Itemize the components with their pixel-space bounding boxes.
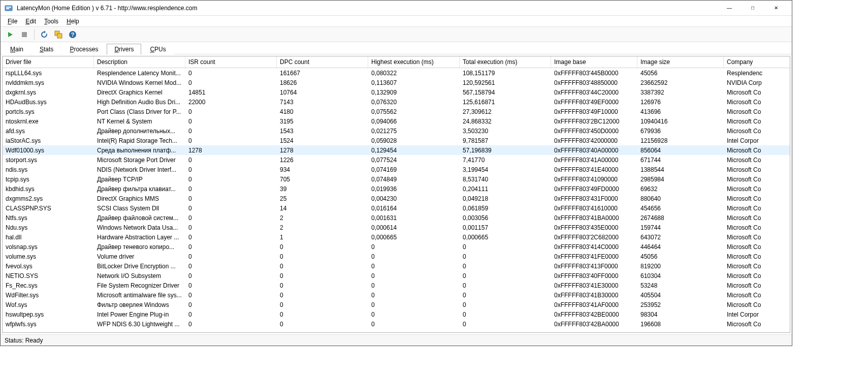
refresh-button[interactable] [38, 28, 51, 41]
cell: Фильтр оверлея Windows [94, 301, 185, 309]
svg-rect-6 [57, 34, 62, 38]
cell: 0,075562 [368, 108, 460, 116]
cell: 0xFFFFF803'414C0000 [551, 243, 637, 251]
table-row[interactable]: ntoskrnl.exeNT Kernel & System031950,094… [3, 116, 790, 126]
cell: Microsoft Co [724, 195, 790, 203]
cell: storport.sys [3, 156, 94, 164]
grid-body[interactable]: rspLLL64.sysResplendence Latency Monit..… [3, 68, 790, 332]
help-button[interactable]: ? [66, 28, 79, 41]
cell: BitLocker Drive Encryption ... [94, 262, 185, 270]
menu-help[interactable]: Help [62, 17, 83, 26]
tab-cpus[interactable]: CPUs [142, 44, 173, 54]
table-row[interactable]: Fs_Rec.sysFile System Recognizer Driver0… [3, 281, 790, 290]
cell: 0 [185, 195, 277, 203]
stop-button[interactable] [18, 28, 31, 41]
col-highest-exec[interactable]: Highest execution (ms) [368, 56, 460, 68]
cell: 9,781587 [460, 137, 551, 145]
cell: 0 [277, 262, 368, 270]
table-row[interactable]: dxgmms2.sysDirectX Graphics MMS0250,0042… [3, 194, 790, 203]
menu-file[interactable]: File [4, 17, 21, 26]
tab-main[interactable]: Main [3, 44, 31, 54]
table-row[interactable]: WdFilter.sysMicrosoft antimalware file s… [3, 290, 790, 300]
cell: 0 [277, 310, 368, 319]
cell: Microsoft Co [724, 301, 790, 309]
cell: 1388544 [637, 166, 724, 174]
cell: 0xFFFFF803'431F0000 [551, 195, 637, 203]
layers-button[interactable] [52, 28, 65, 41]
cell: kbdhid.sys [3, 185, 94, 193]
cell: 679936 [637, 127, 724, 135]
cell: hal.dll [3, 233, 94, 241]
cell: Microsoft Storage Port Driver [94, 156, 185, 164]
col-image-base[interactable]: Image base [551, 56, 637, 68]
table-row[interactable]: NETIO.SYSNetwork I/O Subsystem00000xFFFF… [3, 271, 790, 281]
cell: Среда выполнения платф... [94, 146, 185, 154]
table-row[interactable]: Ntfs.sysДрайвер файловой систем...020,00… [3, 213, 790, 223]
table-row[interactable]: tcpip.sysДрайвер TCP/IP07050,0748498,531… [3, 174, 790, 184]
menu-edit[interactable]: Edit [21, 17, 40, 26]
col-image-size[interactable]: Image size [637, 56, 724, 68]
table-row[interactable]: fvevol.sysBitLocker Drive Encryption ...… [3, 261, 790, 271]
table-row[interactable]: rspLLL64.sysResplendence Latency Monit..… [3, 68, 790, 78]
table-row[interactable]: volume.sysVolume driver00000xFFFFF803'41… [3, 252, 790, 261]
table-row[interactable]: hal.dllHardware Abstraction Layer ...010… [3, 232, 790, 242]
cell: 0,059028 [368, 137, 460, 145]
col-dpc-count[interactable]: DPC count [277, 56, 368, 68]
maximize-button[interactable]: □ [741, 1, 764, 16]
table-row[interactable]: wfplwfs.sysWFP NDIS 6.30 Lightweight ...… [3, 319, 790, 329]
table-row[interactable]: HDAudBus.sysHigh Definition Audio Bus Dr… [3, 97, 790, 107]
cell: iaStorAC.sys [3, 137, 94, 145]
cell: 0,001631 [368, 214, 460, 222]
minimize-button[interactable]: — [718, 1, 741, 16]
table-row[interactable]: Wdf01000.sysСреда выполнения платф...127… [3, 145, 790, 155]
cell: 0 [460, 253, 551, 261]
table-row[interactable]: CLASSPNP.SYSSCSI Class System Dll0140,01… [3, 203, 790, 213]
cell: 610304 [637, 272, 724, 280]
cell: CLASSPNP.SYS [3, 204, 94, 212]
cell: nvlddmkm.sys [3, 79, 94, 87]
table-row[interactable]: Ndu.sysWindows Network Data Usa...020,00… [3, 223, 790, 232]
tab-processes[interactable]: Processes [62, 44, 106, 54]
cell: 0xFFFFF803'41A00000 [551, 156, 637, 164]
cell: rspLLL64.sys [3, 69, 94, 77]
cell: ndis.sys [3, 166, 94, 174]
cell: 0,016164 [368, 204, 460, 212]
cell: WdFilter.sys [3, 291, 94, 299]
titlebar: LatencyMon (Home Edition ) v 6.71 - http… [1, 1, 792, 16]
close-button[interactable]: ✕ [764, 1, 788, 16]
play-button[interactable] [4, 28, 17, 41]
cell: 125,616871 [460, 98, 551, 106]
drivers-grid: Driver file Description ISR count DPC co… [2, 56, 790, 333]
cell: 25 [277, 195, 368, 203]
table-row[interactable]: iaStorAC.sysIntel(R) Rapid Storage Tech.… [3, 136, 790, 145]
menu-tools[interactable]: Tools [40, 17, 62, 26]
svg-rect-4 [22, 32, 27, 37]
tab-drivers-label: rivers [119, 46, 134, 53]
cell: 0,000665 [460, 233, 551, 241]
table-row[interactable]: kbdhid.sysДрайвер фильтра клавиат...0390… [3, 184, 790, 194]
tab-drivers[interactable]: Drivers [107, 44, 141, 54]
cell: 2 [277, 214, 368, 222]
tab-stats[interactable]: Stats [32, 44, 61, 54]
table-row[interactable]: portcls.sysPort Class (Class Driver for … [3, 107, 790, 116]
cell: Microsoft antimalware file sys... [94, 291, 185, 299]
col-driver-file[interactable]: Driver file [3, 56, 94, 68]
col-description[interactable]: Description [94, 56, 185, 68]
table-row[interactable]: hswultpep.sysIntel Power Engine Plug-in0… [3, 309, 790, 319]
cell: 0xFFFFF803'42BA0000 [551, 320, 637, 328]
table-row[interactable]: volsnap.sysДрайвер теневого копиро...000… [3, 242, 790, 252]
cell: Resplendenc [724, 69, 790, 77]
table-row[interactable]: nvlddmkm.sysNVIDIA Windows Kernel Mod...… [3, 78, 790, 87]
table-row[interactable]: storport.sysMicrosoft Storage Port Drive… [3, 155, 790, 165]
col-isr-count[interactable]: ISR count [185, 56, 277, 68]
cell: 23662592 [637, 79, 724, 87]
cell: 0 [185, 243, 277, 251]
table-row[interactable]: ndis.sysNDIS (Network Driver Interf...09… [3, 165, 790, 174]
table-row[interactable]: Wof.sysФильтр оверлея Windows00000xFFFFF… [3, 300, 790, 309]
col-total-exec[interactable]: Total execution (ms) [460, 56, 551, 68]
cell: 0xFFFFF803'41E40000 [551, 166, 637, 174]
table-row[interactable]: dxgkrnl.sysDirectX Graphics Kernel148511… [3, 87, 790, 97]
col-company[interactable]: Company [724, 56, 790, 68]
table-row[interactable]: afd.sysДрайвер дополнительных...015430,0… [3, 126, 790, 136]
cell: 0 [185, 282, 277, 290]
